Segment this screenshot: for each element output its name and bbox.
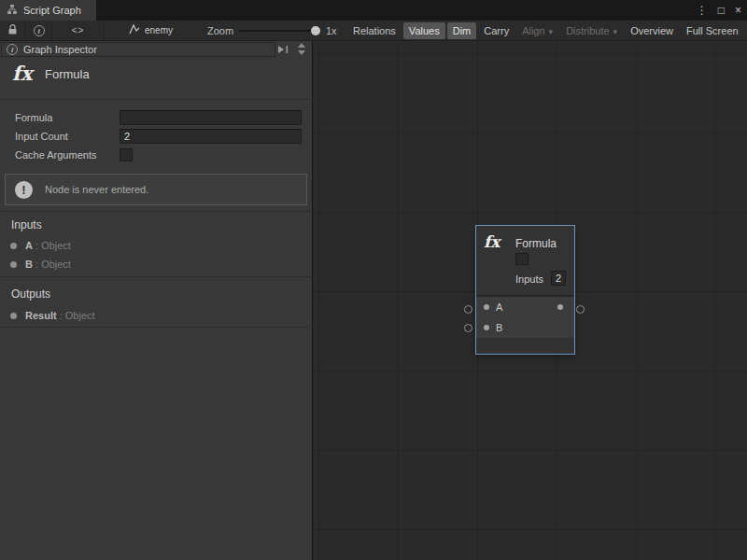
inputs-section-header: Inputs (11, 218, 42, 231)
carry-button[interactable]: Carry (478, 22, 514, 39)
values-button[interactable]: Values (403, 22, 445, 39)
input-count-input[interactable] (120, 129, 302, 144)
tab-script-graph[interactable]: Script Graph (0, 0, 96, 21)
node-formula-field[interactable] (515, 253, 529, 265)
maximize-icon[interactable]: □ (718, 4, 725, 17)
code-icon: <> (72, 25, 85, 35)
node-port-label: B (496, 322, 502, 333)
port-dot-icon (10, 313, 17, 319)
close-icon[interactable]: × (735, 4, 741, 17)
graph-inspector-title: Graph Inspector (23, 44, 97, 55)
zoom-label: Zoom (207, 25, 233, 36)
warning-text: Node is never entered. (45, 184, 148, 195)
info-icon: i (7, 44, 18, 55)
distribute-dropdown[interactable]: Distribute▾ (560, 22, 623, 39)
dropdown-caret-icon: ▾ (613, 27, 618, 36)
dim-button[interactable]: Dim (447, 22, 477, 39)
port-dot-icon (484, 325, 489, 330)
node-input-count-field[interactable]: 2 (551, 271, 566, 286)
divider (0, 211, 313, 212)
formula-fx-icon: fx (484, 232, 500, 251)
scroll-steppers[interactable] (297, 43, 306, 55)
external-input-connector-b[interactable] (464, 324, 472, 332)
node-port-label: A (496, 301, 502, 313)
port-type: Object (57, 310, 95, 321)
fullscreen-button[interactable]: Full Screen (681, 22, 744, 39)
cache-arguments-label: Cache Arguments (15, 149, 96, 161)
inspector-node-title: Formula (45, 67, 90, 81)
external-input-connector-a[interactable] (464, 305, 472, 314)
cache-arguments-checkbox[interactable] (120, 148, 133, 161)
formula-fx-icon: fx (12, 62, 33, 85)
output-port-row-result: ResultObject (10, 308, 95, 323)
align-dropdown[interactable]: Align▾ (516, 22, 558, 39)
divider (0, 276, 313, 277)
graph-reference[interactable]: enemy (129, 21, 173, 40)
distribute-label: Distribute (566, 25, 609, 36)
relations-button[interactable]: Relations (347, 22, 402, 39)
node-title: Formula (515, 237, 557, 250)
port-dot-icon (10, 261, 17, 268)
zoom-value: 1x (326, 25, 337, 36)
dock-panel-icon[interactable] (277, 45, 289, 56)
align-label: Align (522, 25, 544, 36)
node-input-port-b[interactable]: B (484, 317, 502, 338)
graph-inspector-header[interactable]: i Graph Inspector (1, 42, 275, 57)
graph-inspector-panel: i Graph Inspector fx Formula Formula Inp… (0, 41, 313, 560)
script-graph-window: Script Graph ⋮ □ × i <> (0, 0, 747, 560)
graph-ref-label: enemy (145, 25, 173, 35)
input-port-row-b: BObject (10, 257, 71, 272)
formula-field-label: Formula (15, 112, 52, 123)
port-type: Object (33, 259, 71, 270)
port-type: Object (33, 240, 71, 251)
node-footer (476, 338, 574, 354)
edit-source-button[interactable]: <> (52, 21, 105, 40)
lock-button[interactable] (0, 21, 26, 40)
outputs-section-header: Outputs (11, 287, 50, 301)
port-dot-icon (484, 304, 489, 310)
node-output-port-result[interactable] (557, 304, 563, 310)
tab-bar: Script Graph ⋮ □ × (0, 0, 747, 21)
input-count-label: Input Count (15, 131, 68, 142)
node-inputs-label: Inputs (515, 273, 543, 285)
tab-label: Script Graph (23, 5, 81, 16)
port-name: A (25, 240, 33, 251)
formula-node[interactable]: fx Formula Inputs 2 A B (476, 226, 574, 354)
input-port-row-a: AObject (10, 238, 71, 253)
formula-input[interactable] (120, 110, 302, 125)
scroll-down-icon[interactable] (298, 50, 305, 55)
external-output-connector-result[interactable] (576, 305, 585, 314)
info-icon: i (34, 25, 45, 36)
graph-canvas[interactable]: fx Formula Inputs 2 A B (313, 41, 747, 560)
graph-toolbar: i <> enemy Zoom 1x Relations Values Dim … (0, 21, 747, 41)
window-controls: ⋮ □ × (697, 0, 741, 21)
port-name: Result (25, 310, 57, 321)
toolbar-toggle-group: i <> (0, 21, 105, 40)
scroll-up-icon[interactable] (298, 43, 305, 48)
divider (0, 99, 313, 100)
about-button[interactable]: i (26, 21, 52, 40)
node-input-port-a[interactable]: A (484, 297, 502, 317)
lock-icon (7, 24, 18, 37)
script-graph-icon (7, 4, 18, 17)
warning-icon: ! (15, 181, 33, 199)
graph-asset-icon (129, 24, 140, 36)
menu-icon[interactable]: ⋮ (697, 4, 708, 17)
toolbar-actions: Relations Values Dim Carry Align▾ Distri… (347, 21, 744, 41)
warning-box: ! Node is never entered. (5, 174, 307, 205)
zoom-slider-knob[interactable] (311, 26, 320, 35)
divider (0, 327, 313, 328)
port-dot-icon (10, 243, 17, 249)
port-name: B (25, 259, 33, 270)
overview-button[interactable]: Overview (625, 22, 679, 39)
dropdown-caret-icon: ▾ (549, 27, 554, 36)
zoom-slider[interactable] (239, 30, 317, 32)
